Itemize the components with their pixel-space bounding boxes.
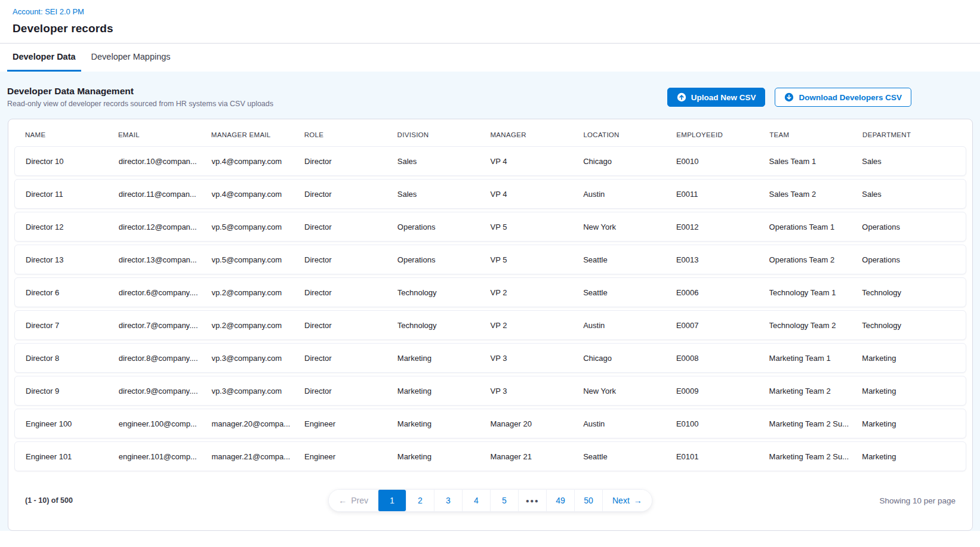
table-cell: Sales	[397, 190, 491, 199]
table-cell: Technology Team 1	[769, 288, 862, 297]
tab-developer-data[interactable]: Developer Data	[7, 44, 81, 72]
column-header: MANAGER EMAIL	[211, 131, 304, 138]
table-cell: director.12@compan...	[119, 222, 212, 231]
table-cell: VP 5	[490, 255, 583, 264]
table-cell: Operations	[862, 222, 955, 231]
table-cell: director.10@compan...	[119, 157, 212, 166]
table-cell: director.7@company....	[119, 321, 212, 330]
page-button[interactable]: 4	[462, 490, 490, 511]
page-button[interactable]: 2	[406, 490, 434, 511]
tab-developer-mappings[interactable]: Developer Mappings	[86, 44, 176, 72]
column-header: MANAGER	[490, 131, 583, 138]
table-cell: E0101	[676, 452, 769, 461]
table-cell: Sales	[397, 157, 491, 166]
table-cell: Manager 21	[490, 452, 583, 461]
table-cell: E0011	[676, 190, 769, 199]
table-cell: VP 2	[490, 321, 583, 330]
account-breadcrumb[interactable]: Account: SEI 2.0 PM	[13, 7, 84, 16]
table-cell: engineer.100@comp...	[119, 419, 212, 428]
section-subtitle: Read-only view of developer records sour…	[7, 100, 273, 108]
table-cell: Technology Team 2	[769, 321, 862, 330]
table-cell: Marketing	[397, 419, 491, 428]
table-cell: Director	[304, 387, 397, 395]
table-cell: E0008	[676, 354, 769, 363]
table-cell: Marketing	[862, 354, 955, 363]
section-titles: Developer Data Management Read-only view…	[7, 86, 273, 108]
table-cell: Director	[304, 321, 397, 330]
download-developers-csv-button[interactable]: Download Developers CSV	[775, 88, 911, 107]
page-button[interactable]: 49	[546, 490, 574, 511]
table-cell: director.6@company....	[119, 288, 212, 297]
table-cell: E0009	[676, 387, 769, 395]
csv-actions: Upload New CSV Download Developers CSV	[667, 88, 911, 107]
table-cell: Technology	[397, 321, 491, 330]
column-header: EMAIL	[118, 131, 211, 138]
column-header: DIVISION	[397, 131, 491, 138]
table-cell: director.8@company....	[119, 354, 212, 363]
table-row: Director 13director.13@compan...vp.5@com…	[14, 245, 966, 274]
table-cell: Director 9	[26, 387, 119, 395]
page-button[interactable]: 5	[490, 490, 518, 511]
table-cell: vp.4@company.com	[211, 190, 304, 199]
table-cell: VP 5	[490, 222, 583, 231]
table-cell: Marketing Team 2 Su...	[769, 452, 862, 461]
table-cell: VP 4	[490, 157, 583, 166]
upload-button-label: Upload New CSV	[691, 93, 756, 102]
arrow-right-icon: →	[634, 496, 642, 505]
table-cell: Engineer 101	[26, 452, 119, 461]
table-cell: vp.5@company.com	[211, 222, 304, 231]
tab-label: Developer Data	[13, 52, 76, 61]
table-cell: Sales	[862, 157, 955, 166]
table-cell: director.9@company....	[119, 387, 212, 395]
section-head: Developer Data Management Read-only view…	[0, 86, 980, 119]
upload-icon	[677, 92, 686, 102]
table-cell: E0007	[676, 321, 769, 330]
pagination-range-label: (1 - 10) of 500	[25, 496, 73, 505]
column-header: DEPARTMENT	[862, 131, 956, 138]
column-header: LOCATION	[583, 131, 676, 138]
table-cell: Technology	[862, 321, 955, 330]
page-header: Account: SEI 2.0 PM Developer records	[0, 0, 980, 44]
table-cell: Marketing	[397, 387, 491, 395]
table-cell: Engineer	[304, 419, 397, 428]
table-cell: vp.2@company.com	[211, 321, 304, 330]
table-cell: Director	[304, 354, 397, 363]
tab-bar: Developer Data Developer Mappings	[0, 44, 980, 72]
pagination-ellipsis-icon: ●●●	[518, 490, 546, 511]
pagination: ← Prev 12345●●●4950 Next →	[328, 489, 652, 512]
table-cell: E0013	[676, 255, 769, 264]
table-cell: New York	[583, 222, 676, 231]
table-cell: Marketing	[397, 452, 491, 461]
arrow-left-icon: ←	[338, 496, 347, 505]
table-cell: Austin	[583, 419, 676, 428]
table-cell: vp.5@company.com	[211, 255, 304, 264]
table-cell: Operations Team 1	[769, 222, 862, 231]
table-cell: Director	[304, 255, 397, 264]
table-cell: E0010	[676, 157, 769, 166]
table-cell: E0100	[676, 419, 769, 428]
per-page-label: Showing 10 per page	[879, 496, 956, 505]
page-button[interactable]: 3	[434, 490, 462, 511]
prev-page-button[interactable]: ← Prev	[329, 490, 378, 511]
table-cell: engineer.101@comp...	[119, 452, 212, 461]
table-cell: Manager 20	[490, 419, 583, 428]
table-cell: Marketing Team 2	[769, 387, 862, 395]
table-body: Director 10director.10@compan...vp.4@com…	[14, 146, 966, 474]
table-row: Director 10director.10@compan...vp.4@com…	[14, 146, 966, 176]
table-cell: vp.3@company.com	[211, 387, 304, 395]
table-cell: Marketing	[862, 387, 955, 395]
content-section: Developer Data Management Read-only view…	[0, 72, 980, 531]
table-cell: VP 4	[490, 190, 583, 199]
page-button[interactable]: 50	[574, 490, 602, 511]
table-cell: Director	[304, 222, 397, 231]
table-cell: Director 8	[26, 354, 119, 363]
table-cell: E0012	[676, 222, 769, 231]
page-button[interactable]: 1	[378, 490, 406, 511]
table-cell: Austin	[583, 190, 676, 199]
next-page-button[interactable]: Next →	[602, 490, 652, 511]
upload-new-csv-button[interactable]: Upload New CSV	[667, 88, 766, 107]
column-header: EMPLOYEEID	[676, 131, 769, 138]
table-cell: Engineer	[304, 452, 397, 461]
table-row: Director 8director.8@company....vp.3@com…	[14, 343, 966, 373]
table-cell: Sales Team 2	[769, 190, 862, 199]
